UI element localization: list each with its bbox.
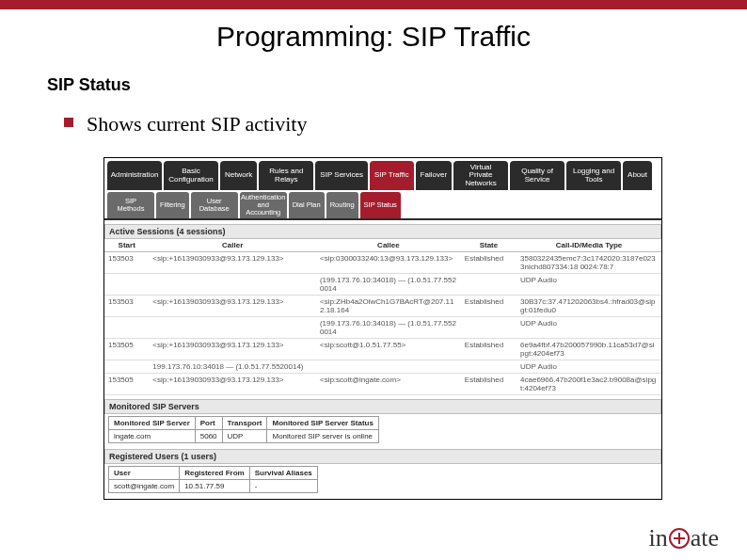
tab-logging-and-tools[interactable]: Logging and Tools bbox=[566, 161, 621, 190]
table-row: scott@ingate.com10.51.77.59- bbox=[109, 479, 318, 492]
col-header: Registered From bbox=[180, 466, 250, 479]
tab-quality-of-service[interactable]: Quality of Service bbox=[510, 161, 564, 190]
subtab-sip-methods[interactable]: SIP Methods bbox=[107, 192, 154, 218]
col-header: State bbox=[461, 239, 517, 252]
col-header: Caller bbox=[149, 239, 316, 252]
sip-status-screenshot: AdministrationBasic ConfigurationNetwork… bbox=[103, 157, 662, 500]
page-title: Programming: SIP Traffic bbox=[0, 21, 747, 53]
table-row: ingate.com5060UDPMonitored SIP server is… bbox=[109, 429, 379, 442]
table-row: 153503<sip:+16139030933@93.173.129.133><… bbox=[104, 295, 661, 316]
tab-basic-configuration[interactable]: Basic Configuration bbox=[164, 161, 218, 190]
accent-topbar bbox=[0, 0, 747, 9]
secondary-tabs: SIP MethodsFilteringUser DatabaseAuthent… bbox=[104, 190, 661, 220]
subtab-filtering[interactable]: Filtering bbox=[156, 192, 189, 218]
monitored-servers-table: Monitored SIP ServerPortTransportMonitor… bbox=[108, 416, 379, 443]
col-header: Monitored SIP Server Status bbox=[267, 416, 378, 429]
subtab-routing[interactable]: Routing bbox=[326, 192, 358, 218]
tab-virtual-private-networks[interactable]: Virtual Private Networks bbox=[453, 161, 508, 190]
active-sessions-header: Active Sessions (4 sessions) bbox=[104, 224, 661, 239]
subtab-sip-status[interactable]: SIP Status bbox=[360, 192, 401, 218]
tab-about[interactable]: About bbox=[623, 161, 652, 190]
table-row: 153505<sip:+16139030933@93.173.129.133><… bbox=[104, 338, 661, 360]
primary-tabs: AdministrationBasic ConfigurationNetwork… bbox=[104, 158, 661, 190]
subtab-user-database[interactable]: User Database bbox=[191, 192, 238, 218]
subtab-authentication-and-accounting[interactable]: Authentication and Accounting bbox=[240, 192, 287, 218]
tab-rules-and-relays[interactable]: Rules and Relays bbox=[259, 161, 313, 190]
subtab-dial-plan[interactable]: Dial Plan bbox=[289, 192, 325, 218]
logo-suffix: ate bbox=[691, 524, 719, 552]
tab-administration[interactable]: Administration bbox=[107, 161, 162, 190]
tab-failover[interactable]: Failover bbox=[416, 161, 452, 190]
col-header: Call-ID/Media Type bbox=[517, 239, 661, 252]
col-header: Start bbox=[104, 239, 149, 252]
monitored-servers-header: Monitored SIP Servers bbox=[104, 399, 661, 414]
col-header: Port bbox=[195, 416, 222, 429]
registered-users-table: UserRegistered FromSurvival Aliasesscott… bbox=[108, 466, 318, 493]
ingate-logo: in ate bbox=[648, 524, 719, 552]
bullet-square-icon bbox=[64, 118, 73, 127]
col-header: Callee bbox=[316, 239, 461, 252]
logo-gate-icon bbox=[669, 528, 690, 549]
table-row: 153505<sip:+16139030933@93.173.129.133><… bbox=[104, 373, 661, 394]
col-header: Transport bbox=[222, 416, 267, 429]
table-row: 199.173.76.10:34018 — (1.0.51.77.5520014… bbox=[104, 360, 661, 373]
table-row: (199.173.76.10:34018) — (1.0.51.77.55200… bbox=[104, 316, 661, 338]
table-row: (199.173.76.10:34018) — (1.0.51.77.55200… bbox=[104, 273, 661, 295]
col-header: User bbox=[109, 466, 180, 479]
bullet-item: Shows current SIP activity bbox=[64, 112, 700, 136]
bullet-text: Shows current SIP activity bbox=[87, 112, 307, 136]
col-header: Survival Aliases bbox=[249, 466, 317, 479]
tab-sip-traffic[interactable]: SIP Traffic bbox=[370, 161, 414, 190]
tab-network[interactable]: Network bbox=[220, 161, 257, 190]
active-sessions-table: StartCallerCalleeStateCall-ID/Media Type… bbox=[104, 239, 661, 395]
table-row: 153503<sip:+16139030933@93.173.129.133><… bbox=[104, 251, 661, 273]
tab-sip-services[interactable]: SIP Services bbox=[315, 161, 368, 190]
registered-users-header: Registered Users (1 users) bbox=[104, 449, 661, 464]
col-header: Monitored SIP Server bbox=[109, 416, 196, 429]
section-heading: SIP Status bbox=[47, 75, 700, 95]
logo-prefix: in bbox=[648, 524, 667, 552]
